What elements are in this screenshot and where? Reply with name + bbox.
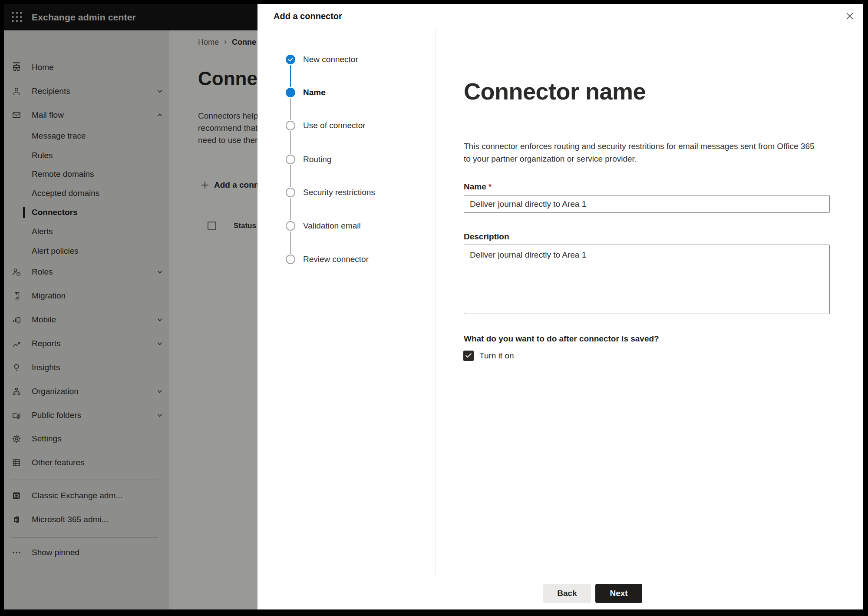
turn-it-on-checkbox-row[interactable]: Turn it on xyxy=(463,350,514,361)
step-circle-upcoming xyxy=(286,121,295,130)
step-connector-line xyxy=(290,98,291,120)
step-label: Review connector xyxy=(303,255,369,264)
step-circle-upcoming xyxy=(286,155,295,164)
modal-scrim xyxy=(4,4,257,609)
description-field-label: Description xyxy=(464,232,509,242)
dialog-header: Add a connector xyxy=(257,4,863,28)
step-label: Routing xyxy=(303,155,332,164)
back-button[interactable]: Back xyxy=(543,584,591,603)
step-connector-line xyxy=(290,65,291,87)
wizard-step-content: Connector name This connector enforces r… xyxy=(436,29,863,575)
dialog-footer: Back Next xyxy=(257,575,863,609)
step-circle-upcoming xyxy=(286,221,295,231)
turn-it-on-label: Turn it on xyxy=(479,351,514,361)
step-label: Name xyxy=(303,88,326,97)
step-label: New connector xyxy=(303,55,358,64)
turn-it-on-checkbox[interactable] xyxy=(463,351,474,361)
step-circle-completed xyxy=(286,55,295,64)
step-new-connector[interactable]: New connector xyxy=(257,54,436,65)
step-circle-upcoming xyxy=(286,255,295,264)
name-field-label: Name* xyxy=(464,182,492,192)
step-review-connector[interactable]: Review connector xyxy=(257,254,436,265)
next-button[interactable]: Next xyxy=(595,584,642,603)
checkmark-icon xyxy=(465,353,472,358)
step-intro: This connector enforces routing and secu… xyxy=(464,140,815,165)
add-connector-dialog: Add a connector New connectorNameUse of … xyxy=(257,4,863,609)
dialog-body: New connectorNameUse of connectorRouting… xyxy=(257,29,863,575)
wizard-steps-panel: New connectorNameUse of connectorRouting… xyxy=(257,29,436,575)
name-input[interactable] xyxy=(464,195,830,213)
step-circle-upcoming xyxy=(286,188,295,197)
step-connector-line xyxy=(290,165,291,187)
screen: Exchange admin center HomeRecipientsMail… xyxy=(4,4,863,609)
step-circle-current xyxy=(286,88,295,97)
description-textarea[interactable]: Deliver journal directly to Area 1 xyxy=(464,245,830,314)
after-save-question: What do you want to do after connector i… xyxy=(464,334,659,344)
step-validation-email[interactable]: Validation email xyxy=(257,220,436,232)
step-label: Use of connector xyxy=(303,121,366,130)
step-connector-line xyxy=(290,198,291,220)
dialog-title: Add a connector xyxy=(274,4,342,28)
step-label: Security restrictions xyxy=(303,188,375,197)
step-label: Validation email xyxy=(303,221,361,231)
step-connector-line xyxy=(290,131,291,154)
close-icon[interactable] xyxy=(844,10,856,22)
required-asterisk: * xyxy=(488,182,492,191)
step-use-of-connector[interactable]: Use of connector xyxy=(257,120,436,131)
step-intro-line: This connector enforces routing and secu… xyxy=(464,140,815,152)
step-connector-line xyxy=(290,232,291,254)
step-heading: Connector name xyxy=(464,78,646,105)
step-name[interactable]: Name xyxy=(257,87,436,98)
step-routing[interactable]: Routing xyxy=(257,154,436,165)
step-security-restrictions[interactable]: Security restrictions xyxy=(257,187,436,198)
step-intro-line: to your partner organization or service … xyxy=(464,152,815,165)
